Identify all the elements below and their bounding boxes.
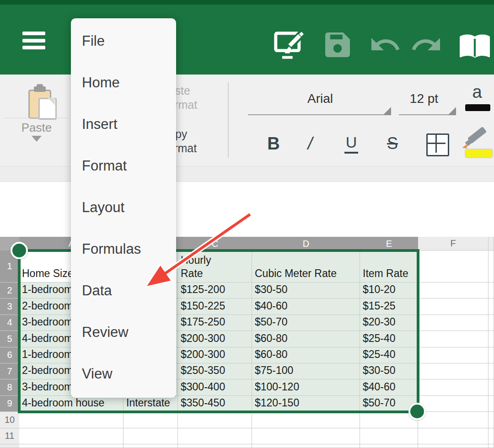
edit-mode-icon[interactable]	[274, 28, 306, 61]
paste-dropdown-caret[interactable]	[32, 136, 42, 142]
underline-button[interactable]: U	[338, 131, 365, 156]
cell-E6[interactable]: $25-40	[360, 347, 418, 363]
save-icon[interactable]	[321, 28, 354, 61]
cell-partial-row2[interactable]	[489, 283, 494, 299]
paste-button[interactable]: Paste	[9, 121, 64, 135]
row-header-9[interactable]: 9	[0, 396, 19, 412]
cell-C3[interactable]: $150-225	[178, 299, 252, 315]
cell-D11[interactable]	[252, 428, 360, 444]
redo-icon[interactable]	[410, 28, 443, 61]
cell-B11[interactable]	[124, 428, 178, 444]
cell-partial-row10[interactable]	[489, 412, 494, 428]
cell-partial-row8[interactable]	[489, 379, 494, 395]
cell-C4[interactable]: $175-250	[178, 315, 252, 331]
cell-C8[interactable]: $300-400	[178, 379, 252, 395]
cell-B10[interactable]	[124, 412, 178, 428]
row-header-3[interactable]: 3	[0, 299, 19, 315]
menu-item-file[interactable]: File	[71, 20, 176, 62]
cell-C9[interactable]: $350-450	[178, 396, 252, 412]
row-header-2[interactable]: 2	[0, 283, 19, 299]
row-header-partial[interactable]	[0, 444, 19, 448]
cell-D7[interactable]: $75-100	[252, 363, 360, 379]
font-color-icon[interactable]: a	[462, 82, 492, 102]
row-header-5[interactable]: 5	[0, 331, 19, 347]
cell-E11[interactable]	[360, 428, 418, 444]
column-header-C[interactable]: C	[178, 237, 252, 251]
cell-C7[interactable]: $250-350	[178, 363, 252, 379]
cell-C1[interactable]: Hourly Rate	[178, 251, 252, 283]
cell-C10[interactable]	[178, 412, 252, 428]
row-header-8[interactable]: 8	[0, 379, 19, 395]
cell-E7[interactable]: $30-50	[360, 363, 418, 379]
cell-D4[interactable]: $50-70	[252, 315, 360, 331]
cell-partial-row7[interactable]	[489, 363, 494, 379]
menu-item-data[interactable]: Data	[71, 270, 176, 311]
font-color-swatch[interactable]	[465, 104, 490, 111]
row-header-7[interactable]: 7	[0, 363, 19, 379]
menu-item-home[interactable]: Home	[71, 62, 176, 103]
menu-item-format[interactable]: Format	[71, 145, 176, 187]
menu-item-view[interactable]: View	[71, 353, 176, 395]
cell-F4[interactable]	[418, 315, 489, 331]
column-header-partial[interactable]	[489, 237, 494, 251]
cell-A9[interactable]: 4-bedroom house	[19, 396, 124, 412]
font-name-dropdown[interactable]: Arial	[274, 91, 366, 106]
cell-partial-row9[interactable]	[489, 396, 494, 412]
cell-partial-row3[interactable]	[489, 299, 494, 315]
cell-partial-row1[interactable]	[489, 251, 494, 283]
font-name-dropdown-caret[interactable]	[383, 107, 391, 115]
menu-item-formulas[interactable]: Formulas	[71, 228, 176, 270]
cell-C5[interactable]: $200-300	[178, 331, 252, 347]
menu-item-layout[interactable]: Layout	[71, 187, 176, 228]
cell-partial-row11[interactable]	[489, 428, 494, 444]
column-header-D[interactable]: D	[252, 237, 360, 251]
cell-D10[interactable]	[252, 412, 360, 428]
cell-D5[interactable]: $60-80	[252, 331, 360, 347]
row-header-6[interactable]: 6	[0, 347, 19, 363]
cell-partial-row5[interactable]	[489, 331, 494, 347]
cell-E1[interactable]: Item Rate	[360, 251, 418, 283]
cell-E5[interactable]: $25-40	[360, 331, 418, 347]
row-header-4[interactable]: 4	[0, 315, 19, 331]
cell-F5[interactable]	[418, 331, 489, 347]
read-mode-icon[interactable]	[458, 28, 491, 61]
selection-handle-bottom-right[interactable]	[408, 403, 426, 420]
cell-D3[interactable]: $40-60	[252, 299, 360, 315]
undo-icon[interactable]	[369, 28, 402, 61]
cell-F7[interactable]	[418, 363, 489, 379]
bold-button[interactable]: B	[260, 131, 287, 156]
cell-A10[interactable]	[19, 412, 124, 428]
row-header-11[interactable]: 11	[0, 428, 19, 444]
cell-F9[interactable]	[418, 396, 489, 412]
italic-button[interactable]: /	[296, 131, 324, 156]
cell-F3[interactable]	[418, 299, 489, 315]
cell-A11[interactable]	[19, 428, 124, 444]
strikethrough-button[interactable]: S	[379, 131, 406, 156]
cell-C11[interactable]	[178, 428, 252, 444]
cell-B9[interactable]: Interstate	[124, 396, 178, 412]
cell-F1[interactable]	[418, 251, 489, 283]
cell-E3[interactable]: $15-25	[360, 299, 418, 315]
cell-E8[interactable]: $40-60	[360, 379, 418, 395]
menu-item-review[interactable]: Review	[71, 311, 176, 353]
cell-D8[interactable]: $100-120	[252, 379, 360, 395]
column-header-E[interactable]: E	[360, 237, 418, 251]
cell-E4[interactable]: $20-30	[360, 315, 418, 331]
cell-D9[interactable]: $120-150	[252, 396, 360, 412]
cell-F11[interactable]	[418, 428, 489, 444]
cell-D6[interactable]: $60-80	[252, 347, 360, 363]
row-header-10[interactable]: 10	[0, 412, 19, 428]
font-size-dropdown-caret[interactable]	[448, 107, 456, 115]
selection-handle-top-left[interactable]	[11, 242, 28, 259]
cell-E2[interactable]: $10-20	[360, 283, 418, 299]
cell-partial-row6[interactable]	[489, 347, 494, 363]
cell-F6[interactable]	[418, 347, 489, 363]
cell-C2[interactable]: $125-200	[178, 283, 252, 299]
menu-item-insert[interactable]: Insert	[71, 103, 176, 145]
cell-F2[interactable]	[418, 283, 489, 299]
font-size-dropdown[interactable]: 12 pt	[399, 91, 449, 106]
cell-D1[interactable]: Cubic Meter Rate	[252, 251, 360, 283]
cell-F10[interactable]	[418, 412, 489, 428]
cell-D2[interactable]: $30-50	[252, 283, 360, 299]
cell-partial-row4[interactable]	[489, 315, 494, 331]
